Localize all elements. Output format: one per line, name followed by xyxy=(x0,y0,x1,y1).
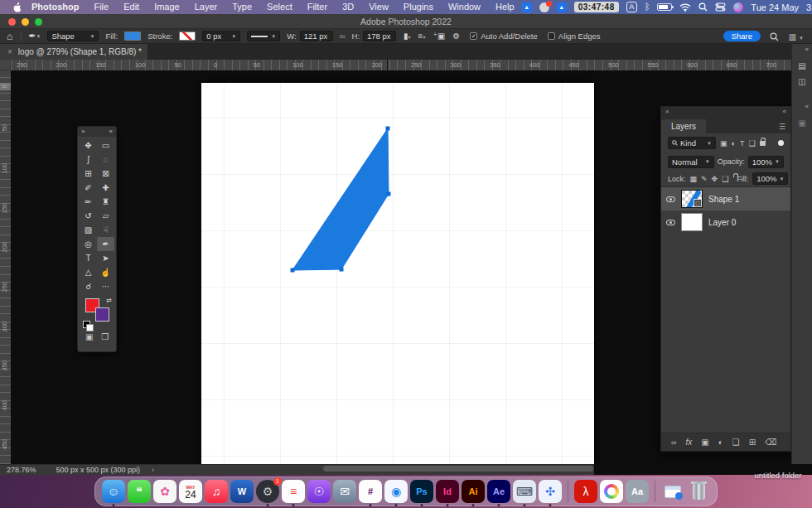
hand-tool[interactable]: ☝ xyxy=(97,265,114,279)
dock-item-music[interactable]: ♫ xyxy=(205,480,228,503)
crop-tool[interactable]: ⊞ xyxy=(80,167,97,181)
eraser-tool[interactable]: ▱ xyxy=(97,209,114,223)
path-arrangement-icon[interactable]: ⁺▣ xyxy=(433,31,445,41)
visibility-eye-icon[interactable] xyxy=(666,220,675,225)
dock-item-untitled-folder-window[interactable] xyxy=(661,480,684,503)
layer-thumbnail[interactable] xyxy=(681,213,703,231)
dock-item-podcasts[interactable]: ☉ xyxy=(307,480,331,503)
dock-item-photoshop[interactable]: Ps xyxy=(410,480,433,503)
control-center-icon[interactable] xyxy=(715,2,726,12)
menu-item-help[interactable]: Help xyxy=(488,0,522,14)
anchor-point[interactable] xyxy=(340,268,344,272)
close-tab-icon[interactable]: × xyxy=(7,47,12,56)
battery-icon[interactable] xyxy=(657,3,672,11)
dock-item-slack[interactable]: # xyxy=(359,480,382,503)
dock-item-photos[interactable]: ✿ xyxy=(153,480,176,503)
history-brush-tool[interactable]: ↺ xyxy=(80,209,97,223)
more-tools[interactable]: ⋯ xyxy=(97,279,114,293)
screen-mode-icon[interactable]: ❐ xyxy=(101,332,109,341)
filter-image-icon[interactable]: ▣ xyxy=(720,139,727,148)
background-color-swatch[interactable] xyxy=(95,307,109,322)
timer-app-icon[interactable]: ▲ xyxy=(522,2,532,12)
dock-item-indesign[interactable]: Id xyxy=(436,480,459,503)
path-selection-tool[interactable]: ➤ xyxy=(97,251,114,265)
wifi-icon[interactable] xyxy=(679,3,691,12)
path-options-gear-icon[interactable]: ⚙ xyxy=(452,31,460,41)
menu-item-file[interactable]: File xyxy=(86,0,116,14)
dock-item-keyboard-app[interactable]: ⌨ xyxy=(513,480,536,503)
bluetooth-icon[interactable]: ᛒ xyxy=(645,2,650,12)
menu-item-photoshop[interactable]: Photoshop xyxy=(24,0,86,14)
object-selection-tool[interactable]: ◌ xyxy=(97,152,114,167)
properties-panel-icon[interactable]: ◫ xyxy=(792,77,812,86)
fill-color-swatch[interactable] xyxy=(124,31,141,41)
expand-panels-icon[interactable]: « xyxy=(792,44,812,55)
smudge-tool[interactable]: ☟ xyxy=(97,223,114,237)
horizontal-ruler[interactable]: 2502001501005005010015020025030035040045… xyxy=(11,60,791,70)
stroke-style-select[interactable]: ▼ xyxy=(247,31,280,41)
path-operations-icon[interactable]: ▮▾ xyxy=(404,31,411,41)
vertical-ruler[interactable]: 050100150200250300350400450 xyxy=(0,70,11,464)
notification-status-icon[interactable] xyxy=(539,2,549,12)
dock-item-illustrator[interactable]: Ai xyxy=(462,480,485,503)
auto-add-delete-checkbox[interactable]: ✓Auto Add/Delete xyxy=(470,31,538,41)
layer-row[interactable]: Layer 0 xyxy=(661,210,790,234)
layer-name[interactable]: Shape 1 xyxy=(708,195,739,204)
recording-timer[interactable]: 03:47:48 xyxy=(574,2,619,12)
dock-item-finder[interactable]: ☺ xyxy=(102,480,125,503)
type-tool[interactable]: T xyxy=(80,251,97,265)
eyedropper-tool[interactable]: ✐ xyxy=(80,181,97,195)
dock-item-font-app[interactable]: Aa xyxy=(626,480,649,503)
dodge-tool[interactable]: ◎ xyxy=(80,237,97,251)
menu-date[interactable]: Tue 24 May xyxy=(751,2,799,12)
menu-item-type[interactable]: Type xyxy=(225,0,259,14)
close-panel-icon[interactable]: × xyxy=(81,127,85,137)
link-dimensions-icon[interactable]: ∞ xyxy=(340,31,346,41)
lock-transparency-icon[interactable]: ▦ xyxy=(690,175,698,183)
menu-item-layer[interactable]: Layer xyxy=(187,0,225,14)
dock-item-after-effects[interactable]: Ae xyxy=(487,480,510,503)
anchor-point[interactable] xyxy=(387,192,391,196)
dock-item-calendar[interactable]: MAY24 xyxy=(179,480,202,503)
menu-item-3d[interactable]: 3D xyxy=(335,0,361,14)
link-layers-icon[interactable]: ∞ xyxy=(671,438,676,447)
libraries-panel-icon[interactable]: ▤ xyxy=(792,61,812,70)
stroke-color-swatch[interactable] xyxy=(179,31,196,41)
panel-menu-icon[interactable]: ☰ xyxy=(779,123,785,133)
workspace-switcher-icon[interactable]: ▥ ▼ xyxy=(789,32,804,41)
filter-toggle-icon[interactable] xyxy=(778,140,784,146)
path-alignment-icon[interactable]: ≡▾ xyxy=(418,31,426,41)
dock-item-acrobat[interactable]: λ xyxy=(574,480,597,503)
align-edges-checkbox[interactable]: Align Edges xyxy=(548,31,601,41)
new-group-icon[interactable]: ❑ xyxy=(732,438,740,447)
tool-mode-select[interactable]: Shape▼ xyxy=(47,31,99,41)
spotlight-search-icon[interactable] xyxy=(698,2,708,12)
expand-panels-icon-2[interactable]: « xyxy=(792,101,812,112)
dock-item-trash[interactable] xyxy=(687,480,710,503)
filter-adjustment-icon[interactable]: ◐ xyxy=(732,139,736,148)
dock-item-blue-shape-app[interactable]: ✣ xyxy=(539,480,562,503)
document-tab[interactable]: × logo @ 279% (Shape 1, RGB/8) * xyxy=(0,44,147,60)
ruler-corner[interactable] xyxy=(0,60,11,70)
zoom-tool[interactable]: ☌ xyxy=(80,279,97,293)
pen-tool-preset-icon[interactable]: ✒ ▼ xyxy=(28,31,41,41)
swap-colors-icon[interactable]: ⇄ xyxy=(106,297,112,304)
lock-artboard-icon[interactable]: ❑ xyxy=(722,175,728,183)
status-chevron-icon[interactable]: › xyxy=(152,466,154,474)
filter-shape-icon[interactable]: ❑ xyxy=(748,139,755,148)
filter-type-icon[interactable]: T xyxy=(740,139,745,148)
shape-tool[interactable]: △ xyxy=(80,265,97,279)
shape-height-input[interactable]: 178 px xyxy=(363,31,396,41)
stroke-width-select[interactable]: 0 px▼ xyxy=(202,31,240,41)
filter-smart-object-lock-icon[interactable] xyxy=(760,141,766,146)
quick-mask-icon[interactable]: ▣ xyxy=(85,332,93,341)
tab-layers[interactable]: Layers xyxy=(661,119,706,133)
horizontal-scrollbar[interactable] xyxy=(323,466,593,472)
gradient-tool[interactable]: ▨ xyxy=(80,223,97,237)
lock-position-icon[interactable]: ✥ xyxy=(712,175,718,183)
clone-stamp-tool[interactable]: ♜ xyxy=(97,195,114,209)
opacity-input[interactable]: 100%▼ xyxy=(748,156,784,168)
dock-item-messages[interactable]: ❝ xyxy=(128,480,151,503)
layer-name[interactable]: Layer 0 xyxy=(708,218,736,227)
lock-pixels-icon[interactable]: ✎ xyxy=(701,175,708,183)
